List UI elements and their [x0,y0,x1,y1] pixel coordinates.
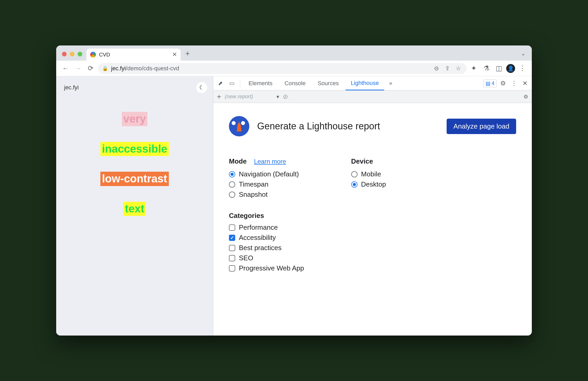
url-path: /demo/cds-quest-cvd [126,65,179,72]
mode-column: Mode Learn more Navigation (Default)Time… [229,157,304,274]
sample-text-4: text [123,202,146,216]
mode-option-label: Navigation (Default) [239,170,299,178]
tab-lighthouse[interactable]: Lighthouse [345,77,384,90]
back-button[interactable]: ← [60,63,71,74]
devtools-panel: ⬈ ▭ Elements Console Sources Lighthouse … [213,76,532,336]
tab-list-chevron-icon[interactable]: ⌄ [521,50,532,61]
browser-menu-icon[interactable]: ⋮ [517,63,528,74]
separator [240,79,240,87]
mode-option-label: Timespan [239,180,268,188]
bookmark-star-icon[interactable]: ☆ [454,65,462,72]
category-option-label: Accessibility [239,234,276,242]
device-column: Device MobileDesktop [351,157,386,274]
checkbox-icon [229,255,235,261]
lighthouse-toolbar: + (new report) ⊘ ⚙ [213,90,532,103]
close-window-icon[interactable] [62,52,67,56]
window-controls [59,52,87,61]
favicon-icon [90,52,96,57]
new-report-button[interactable]: + [217,93,221,101]
checkbox-icon [229,235,235,241]
mode-option[interactable]: Snapshot [229,190,304,199]
mode-heading: Mode Learn more [229,157,304,165]
category-option-label: Performance [239,223,278,232]
category-option-label: Progressive Web App [239,264,304,272]
lighthouse-body: Generate a Lighthouse report Analyze pag… [213,103,532,336]
device-option[interactable]: Mobile [351,170,386,178]
device-label: Device [351,157,386,165]
checkbox-icon [229,224,235,231]
maximize-window-icon[interactable] [78,52,82,56]
mode-option-label: Snapshot [239,190,268,199]
content-area: jec.fyi ☾ very inaccessible low-contrast… [56,76,532,336]
report-selector[interactable]: (new report) [225,94,279,100]
radio-icon [229,181,235,188]
lighthouse-header: Generate a Lighthouse report Analyze pag… [229,116,516,136]
clear-icon[interactable]: ⊘ [283,93,288,100]
moon-icon: ☾ [199,84,204,91]
issues-badge[interactable]: ▤ 4 [483,79,497,87]
reload-button[interactable]: ⟳ [85,63,96,74]
tab-strip: CVD ✕ + ⌄ [56,45,532,61]
sample-text-group: very inaccessible low-contrast text [64,112,205,216]
device-option[interactable]: Desktop [351,180,386,188]
checkbox-icon [229,265,235,272]
category-option-label: Best practices [239,244,281,252]
extensions-icon[interactable]: ✦ [469,63,479,74]
profile-avatar-icon[interactable]: 👤 [506,64,515,73]
devtools-settings-icon[interactable]: ⚙ [498,80,508,87]
labs-icon[interactable]: ⚗ [481,63,492,74]
new-tab-button[interactable]: + [181,49,195,61]
lighthouse-title: Generate a Lighthouse report [257,121,439,132]
category-option[interactable]: Accessibility [229,234,304,242]
tab-sources[interactable]: Sources [312,76,344,90]
radio-icon [229,171,235,177]
checkbox-icon [229,245,235,251]
issues-count: 4 [492,80,494,86]
analyze-button[interactable]: Analyze page load [447,119,516,134]
address-bar[interactable]: 🔒 jec.fyi/demo/cds-quest-cvd ⊝ ⇪ ☆ [98,63,466,74]
device-toolbar-icon[interactable]: ▭ [227,80,237,87]
sample-text-1: very [122,112,147,126]
category-option[interactable]: Progressive Web App [229,264,304,272]
devtools-menu-icon[interactable]: ⋮ [509,80,519,87]
learn-more-link[interactable]: Learn more [254,158,286,165]
devtools-tabbar: ⬈ ▭ Elements Console Sources Lighthouse … [213,76,532,90]
issues-icon: ▤ [486,80,491,86]
categories-label: Categories [229,212,304,220]
lighthouse-settings-icon[interactable]: ⚙ [523,94,528,100]
url-text: jec.fyi/demo/cds-quest-cvd [111,65,429,72]
radio-icon [351,181,358,188]
share-icon[interactable]: ⇪ [443,65,451,72]
minimize-window-icon[interactable] [70,52,74,56]
device-option-label: Desktop [361,180,386,188]
mode-option[interactable]: Timespan [229,180,304,188]
side-panel-icon[interactable]: ◫ [494,63,504,74]
category-option[interactable]: Best practices [229,244,304,252]
category-option[interactable]: Performance [229,223,304,232]
url-host: jec.fyi [111,65,126,72]
close-tab-icon[interactable]: ✕ [172,51,177,58]
tab-title: CVD [99,52,169,58]
page-brand: jec.fyi [64,84,205,91]
category-option-label: SEO [239,254,253,262]
browser-window: CVD ✕ + ⌄ ← → ⟳ 🔒 jec.fyi/demo/cds-quest… [56,45,532,336]
category-option[interactable]: SEO [229,254,304,262]
devtools-close-icon[interactable]: ✕ [520,80,530,87]
device-option-label: Mobile [361,170,381,178]
lock-icon: 🔒 [102,66,108,71]
lighthouse-options: Mode Learn more Navigation (Default)Time… [229,157,516,274]
sample-text-2: inaccessible [100,142,169,156]
mode-option[interactable]: Navigation (Default) [229,170,304,178]
categories-section: Categories PerformanceAccessibilityBest … [229,212,304,272]
inspect-element-icon[interactable]: ⬈ [215,80,225,87]
lighthouse-logo-icon [229,116,249,136]
report-selector-label: (new report) [225,94,253,100]
zoom-icon[interactable]: ⊝ [433,65,440,72]
tab-elements[interactable]: Elements [243,76,278,90]
radio-icon [351,171,358,177]
tab-console[interactable]: Console [279,76,311,90]
more-tabs-icon[interactable]: » [386,80,396,87]
browser-tab[interactable]: CVD ✕ [87,49,181,61]
forward-button: → [73,63,83,74]
dark-mode-toggle[interactable]: ☾ [196,82,207,93]
